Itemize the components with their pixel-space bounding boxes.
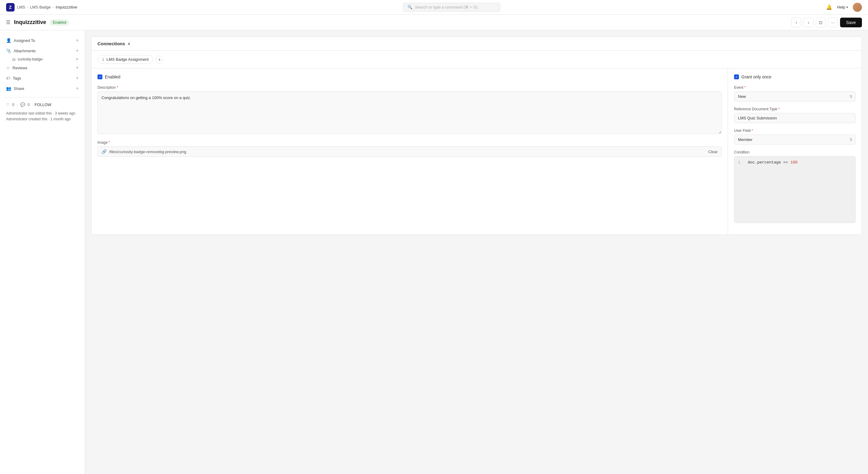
comment-icon[interactable]: 💬 [20, 102, 25, 107]
sidebar-item-assigned-to[interactable]: 👤 Assigned To + [5, 35, 80, 46]
user-field-select[interactable]: Member Student User [734, 135, 856, 145]
form-right: ✓ Grant only once Event * New [728, 68, 862, 235]
image-required-star: * [108, 140, 110, 145]
comment-count: 0 [28, 102, 30, 107]
add-share-icon[interactable]: + [76, 86, 79, 91]
star-icon: ☆ [6, 65, 10, 70]
ref-doc-label: Reference Document Type * [734, 107, 856, 111]
condition-code-editor[interactable]: 1 doc.percentage == 100 [734, 156, 856, 223]
nav-right: 🔔 Help ▾ [826, 3, 862, 12]
avatar[interactable] [853, 3, 862, 12]
code-line-1: 1 doc.percentage == 100 [738, 160, 851, 165]
paperclip-icon: 📎 [6, 48, 11, 53]
description-required-star: * [117, 85, 118, 90]
tags-label: Tags [13, 76, 21, 81]
nav-left: Z LMS › LMS Badge › Inquizzzitive [6, 3, 77, 11]
like-bar: ♡ 0 · 💬 0 FOLLOW [6, 102, 79, 107]
ref-doc-field: LMS Quiz Submission [734, 113, 856, 123]
event-field-group: Event * New Submit Cancel [734, 85, 856, 101]
sidebar-item-attachments[interactable]: 📎 Attachments + [5, 46, 80, 56]
condition-field-group: Condition 1 doc.percentage == 100 [734, 150, 856, 223]
sidebar-item-share[interactable]: 👥 Share + [5, 83, 80, 94]
sidebar-meta: ♡ 0 · 💬 0 FOLLOW Administrator last edit… [5, 101, 80, 123]
connections-header: Connections ∧ [91, 37, 862, 51]
follow-button[interactable]: FOLLOW [35, 102, 51, 107]
user-icon: 👤 [6, 38, 11, 43]
share-label: Share [14, 86, 24, 91]
assigned-to-label: Assigned To [14, 38, 35, 43]
description-textarea[interactable]: Congratulations on getting a 100% score … [97, 91, 722, 134]
form-body: ✓ Enabled Description * Congratulations … [91, 68, 862, 235]
share-icon: 👥 [6, 86, 11, 91]
menu-toggle[interactable]: ☰ [6, 20, 10, 25]
search-placeholder: Search or type a command (⌘ + G) [415, 5, 477, 9]
save-button[interactable]: Save [840, 18, 862, 27]
sidebar-item-tags[interactable]: 🏷 Tags + [5, 73, 80, 83]
image-field-group: Image * 🔗 /files/curiosity-badge-removeb… [97, 140, 722, 157]
chevron-down-icon: ▾ [846, 5, 848, 9]
notifications-icon[interactable]: 🔔 [826, 4, 832, 10]
image-label: Image * [97, 140, 722, 145]
status-badge: Enabled [50, 20, 69, 26]
event-label: Event * [734, 85, 856, 90]
code-value: 100 [790, 160, 797, 165]
sidebar: 👤 Assigned To + 📎 Attachments + 🗂 curios… [0, 30, 85, 474]
created-meta: Administrator created this · 1 month ago [6, 116, 79, 122]
attachments-label: Attachments [14, 49, 35, 53]
ref-doc-required-star: * [778, 107, 780, 111]
app-logo: Z [6, 3, 14, 11]
breadcrumb-lms-badge[interactable]: LMS Badge [30, 5, 51, 9]
breadcrumb-sep-1: › [27, 5, 28, 9]
enabled-checkbox[interactable]: ✓ [97, 75, 102, 79]
connections-title: Connections [97, 41, 125, 46]
connections-tab-bar: 1 LMS Badge Assignment + [91, 51, 862, 68]
add-assigned-to-icon[interactable]: + [76, 38, 79, 43]
search-icon: 🔍 [408, 5, 412, 9]
enabled-row: ✓ Enabled [97, 75, 722, 79]
breadcrumb-sep-2: › [53, 5, 54, 9]
form-left: ✓ Enabled Description * Congratulations … [91, 68, 728, 235]
image-path: /files/curiosity-badge-removebg-preview.… [109, 149, 186, 154]
reviews-label: Reviews [12, 66, 27, 70]
ref-doc-field-group: Reference Document Type * LMS Quiz Submi… [734, 107, 856, 123]
print-button[interactable]: ⊡ [816, 18, 826, 27]
grant-once-row: ✓ Grant only once [734, 75, 856, 79]
breadcrumb-lms[interactable]: LMS [17, 5, 25, 9]
collapse-connections-icon[interactable]: ∧ [128, 41, 130, 46]
search-bar[interactable]: 🔍 Search or type a command (⌘ + G) [403, 3, 500, 11]
nav-center: 🔍 Search or type a command (⌘ + G) [77, 3, 826, 11]
add-review-icon[interactable]: + [76, 65, 79, 70]
event-select[interactable]: New Submit Cancel [734, 91, 856, 101]
prev-button[interactable]: ‹ [792, 18, 801, 27]
add-connection-button[interactable]: + [155, 56, 163, 63]
attachment-filename: curiosity-badge- [18, 57, 74, 61]
add-tag-icon[interactable]: + [76, 76, 79, 81]
breadcrumb-current: Inquizzzitive [56, 5, 77, 9]
sidebar-item-reviews[interactable]: ☆ Reviews + [5, 63, 80, 73]
grant-once-checkbox[interactable]: ✓ [734, 75, 739, 79]
clear-image-button[interactable]: Clear [708, 149, 718, 154]
user-field-group: User Field * Member Student User [734, 128, 856, 145]
help-button[interactable]: Help ▾ [837, 5, 848, 9]
page-header: ☰ Inquizzzitive Enabled ‹ › ⊡ ··· Save [0, 14, 868, 30]
add-attachment-icon[interactable]: + [76, 48, 79, 54]
code-variable: doc.percentage [748, 160, 783, 165]
user-field-select-wrapper: Member Student User [734, 135, 856, 145]
page-header-left: ☰ Inquizzzitive Enabled [6, 19, 69, 26]
content-area: Connections ∧ 1 LMS Badge Assignment + [85, 30, 868, 474]
description-field-group: Description * Congratulations on getting… [97, 85, 722, 135]
lms-badge-assignment-tab[interactable]: 1 LMS Badge Assignment [97, 55, 153, 64]
remove-attachment-icon[interactable]: ✕ [75, 57, 79, 61]
more-options-button[interactable]: ··· [828, 18, 838, 27]
grant-once-label: Grant only once [741, 75, 771, 79]
tab-label: LMS Badge Assignment [106, 57, 149, 62]
next-button[interactable]: › [804, 18, 813, 27]
file-icon: 🗂 [12, 57, 16, 61]
connections-panel: Connections ∧ 1 LMS Badge Assignment + [91, 36, 862, 235]
page-header-right: ‹ › ⊡ ··· Save [792, 18, 862, 27]
attachment-file-item: 🗂 curiosity-badge- ✕ [5, 56, 80, 63]
heart-icon[interactable]: ♡ [6, 102, 10, 107]
user-field-required-star: * [752, 128, 753, 133]
description-label: Description * [97, 85, 722, 90]
enabled-label: Enabled [105, 75, 120, 79]
